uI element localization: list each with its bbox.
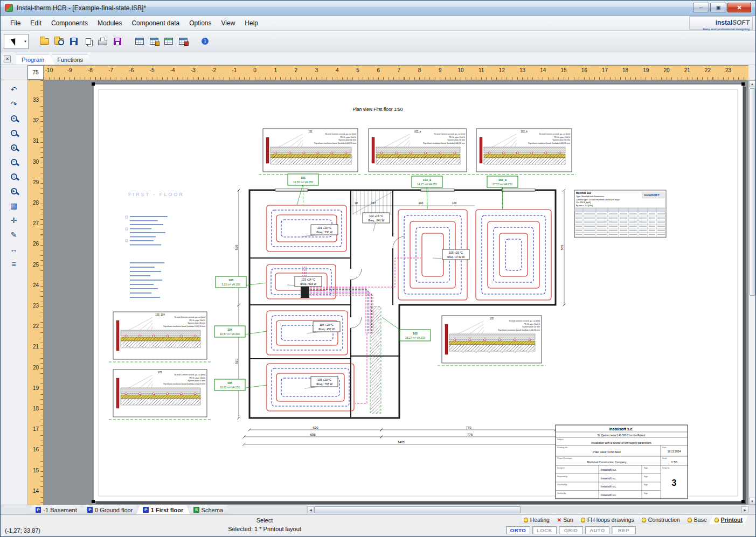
scroll-up-icon[interactable]: ▲ — [749, 80, 756, 87]
zoom-extents-icon[interactable]: ⌂ — [6, 170, 22, 184]
layers-icon[interactable]: ≡ — [6, 257, 22, 271]
save-button[interactable] — [66, 34, 81, 48]
layer-tab-san[interactable]: ✕San — [552, 515, 579, 524]
menu-component-data[interactable]: Component data — [127, 17, 184, 29]
menu-file[interactable]: File — [6, 17, 25, 29]
toggle-orto[interactable]: ORTO — [506, 526, 530, 534]
toggle-auto[interactable]: AUTO — [585, 526, 609, 534]
selection-handle[interactable] — [92, 500, 95, 503]
toggle-rep[interactable]: REP — [612, 526, 636, 534]
undo-icon[interactable]: ↶ — [6, 82, 22, 96]
sheet-tab--1-basement[interactable]: P-1 Basement — [29, 505, 84, 514]
svg-text:126: 126 — [452, 201, 457, 205]
manifold-table[interactable]: Manifold 102Type: Manifold with flowmete… — [574, 190, 666, 238]
edit-icon[interactable]: ✎ — [6, 228, 22, 242]
title-block[interactable]: Instalsoft s.c.St. Zjednoczenia 2 41-500… — [556, 425, 688, 499]
close-button[interactable]: ✕ — [727, 3, 751, 12]
zoom-selection-icon[interactable]: ▸ — [6, 184, 22, 198]
zoom-window-icon[interactable]: ▫ — [6, 126, 22, 140]
section-box-105[interactable]: 105Screed Cement screed, gu. ca [mm]PE-X… — [109, 369, 211, 420]
toggle-grid[interactable]: GRID — [559, 526, 583, 534]
menu-help[interactable]: Help — [240, 17, 262, 29]
layer-tab-base[interactable]: Base — [682, 515, 712, 524]
maximize-button[interactable]: ▣ — [710, 3, 726, 12]
sheet-tab-1-first-floor[interactable]: P1 First floor — [136, 505, 190, 514]
minimize-button[interactable]: ─ — [693, 3, 709, 12]
section-box-103, 104[interactable]: 103, 104Screed Cement screed, gu. ca [mm… — [109, 312, 211, 362]
sheet-tab-schema[interactable]: SSchema — [187, 505, 230, 514]
results-table-button[interactable] — [161, 34, 176, 48]
chevron-down-icon[interactable]: ▼ — [24, 40, 27, 43]
menu-edit[interactable]: Edit — [26, 17, 46, 29]
layer-tab-fh-loops-drawings[interactable]: FH loops drawings — [575, 515, 640, 524]
titlebar: Instal-therm HCR - [Example-final-state.… — [1, 1, 755, 16]
svg-text:555: 555 — [560, 245, 564, 250]
selection-handle[interactable] — [92, 82, 95, 86]
h-ruler-mark: 19 — [643, 67, 649, 73]
print-button[interactable] — [95, 34, 110, 48]
tab-program[interactable]: Program — [16, 54, 55, 65]
svg-text:Instalsoft s.c.: Instalsoft s.c. — [601, 485, 616, 488]
menu-components[interactable]: Components — [47, 17, 92, 29]
sheet-tab-label: 0 Ground floor — [95, 507, 133, 513]
scroll-right-icon[interactable]: ▶ — [741, 506, 748, 513]
section-box-102_a[interactable]: 102_aScreed Cement screed, gu. ca [mm]PE… — [364, 129, 471, 175]
vertical-scroll-thumb[interactable] — [750, 88, 755, 296]
component-table-icon — [135, 38, 144, 45]
drawing-title: Plan view First floor 1:50 — [352, 107, 403, 112]
scroll-down-icon[interactable]: ▼ — [749, 498, 756, 505]
redo-icon[interactable]: ↷ — [6, 97, 22, 111]
layer-tab-heating[interactable]: Heating — [518, 515, 555, 524]
pan-icon[interactable]: ✛ — [6, 213, 22, 227]
svg-text:instalSOFT: instalSOFT — [644, 193, 660, 197]
zoom-out-icon[interactable]: − — [6, 155, 22, 169]
menu-options[interactable]: Options — [185, 17, 216, 29]
menu-view[interactable]: View — [217, 17, 240, 29]
svg-text:Scale: Scale — [662, 457, 667, 459]
select-tool[interactable]: ▼ — [4, 34, 29, 49]
vertical-scrollbar[interactable]: ▲ ▼ — [748, 80, 755, 505]
bulb-icon — [581, 518, 585, 522]
toggle-lock[interactable]: LOCK — [532, 526, 557, 534]
zoom-in-icon[interactable]: + — [6, 111, 22, 125]
info-button[interactable] — [198, 34, 212, 48]
layer-tab-construction[interactable]: Construction — [636, 515, 685, 524]
zoom-dynamic-icon[interactable]: ± — [6, 141, 22, 155]
svg-text:10,57 m² VA 300: 10,57 m² VA 300 — [220, 332, 240, 336]
open-project-button[interactable] — [52, 34, 66, 48]
menu-modules[interactable]: Modules — [93, 17, 126, 29]
horizontal-scroll-thumb[interactable] — [314, 506, 521, 513]
pipe-table-button[interactable] — [147, 34, 161, 48]
sheet-tab-label: Schema — [202, 507, 223, 513]
section-box-101[interactable]: 101Screed Cement screed, gu. ca [mm]PE-X… — [259, 129, 362, 175]
scroll-left-icon[interactable]: ◀ — [307, 506, 314, 513]
table-icon[interactable]: ▦ — [6, 199, 22, 213]
selection-handle[interactable] — [741, 500, 745, 503]
svg-text:105 +20 °C: 105 +20 °C — [449, 251, 463, 254]
tab-functions[interactable]: Functions — [52, 54, 94, 65]
measure-icon[interactable]: ↔ — [6, 242, 22, 256]
horizontal-scrollbar[interactable]: ◀ ▶ — [307, 505, 755, 514]
v-ruler-mark: 17 — [33, 426, 39, 432]
drawing-canvas[interactable]: Plan view First floor 1:50 FIRST - FLOOR… — [44, 80, 748, 505]
sheet-tab-0-ground-floor[interactable]: P0 Ground floor — [81, 505, 140, 514]
h-ruler-mark: 7 — [398, 67, 401, 73]
materials-table-button[interactable] — [176, 34, 190, 48]
svg-text:520: 520 — [235, 245, 238, 250]
svg-text:Date: Date — [662, 447, 666, 449]
export-button[interactable] — [110, 34, 124, 48]
selection-handle[interactable] — [741, 82, 745, 86]
h-ruler-mark: -2 — [211, 67, 216, 73]
sheet-type-icon: P — [36, 507, 41, 513]
new-project-button[interactable] — [37, 34, 52, 48]
canvas-area[interactable]: Plan view First floor 1:50 FIRST - FLOOR… — [44, 80, 748, 505]
copy-button[interactable] — [81, 34, 95, 48]
h-ruler-mark: 11 — [478, 67, 484, 73]
svg-text:103 +24 °C: 103 +24 °C — [301, 278, 315, 281]
close-panel-icon[interactable]: ✕ — [4, 55, 11, 62]
layer-tab-printout[interactable]: Printout — [709, 515, 748, 524]
section-box-102_b[interactable]: 102_bScreed Cement screed, gu. ca [mm]PE… — [472, 129, 576, 175]
section-box-102[interactable]: 102Screed Cement screed, gu. ca [mm]PE-X… — [438, 316, 546, 366]
status-selection: Selected: 1 * Printout layout — [189, 526, 340, 532]
component-table-button[interactable] — [132, 34, 147, 48]
